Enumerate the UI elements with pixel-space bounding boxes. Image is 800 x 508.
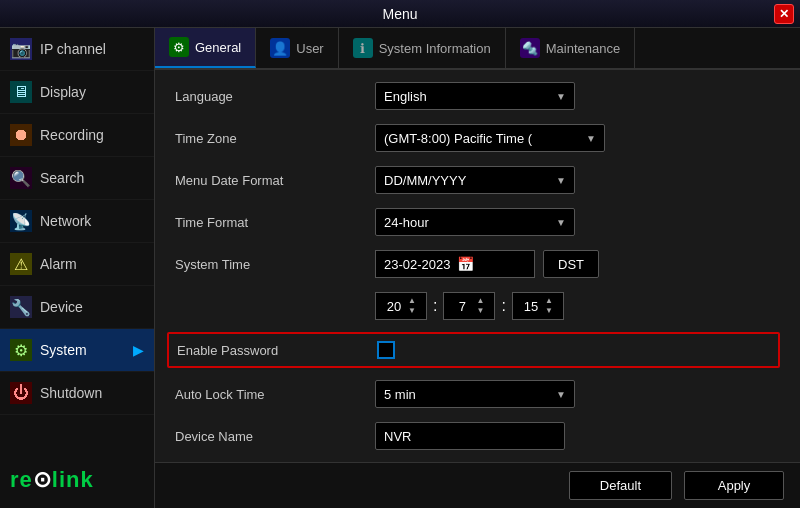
tab-sysinfo-label: System Information [379, 41, 491, 56]
timeformat-value: 24-hour [384, 215, 429, 230]
sidebar-label-search: Search [40, 170, 84, 186]
hour-up-arrow[interactable]: ▲ [408, 296, 416, 306]
tab-user[interactable]: 👤 User [256, 28, 338, 68]
timezone-control: (GMT-8:00) Pacific Time ( ▼ [375, 124, 780, 152]
sidebar-label-alarm: Alarm [40, 256, 77, 272]
timeformat-control: 24-hour ▼ [375, 208, 780, 236]
tab-maintenance[interactable]: 🔩 Maintenance [506, 28, 635, 68]
time-colon-1: : [433, 297, 437, 315]
sidebar-label-shutdown: Shutdown [40, 385, 102, 401]
timezone-row: Time Zone (GMT-8:00) Pacific Time ( ▼ [175, 122, 780, 154]
sidebar-item-network[interactable]: 📡 Network [0, 200, 154, 243]
language-control: English ▼ [375, 82, 780, 110]
default-button[interactable]: Default [569, 471, 672, 500]
language-dropdown-arrow: ▼ [556, 91, 566, 102]
sidebar-item-ip-channel[interactable]: 📷 IP channel [0, 28, 154, 71]
language-select[interactable]: English ▼ [375, 82, 575, 110]
reolink-logo: re⊙link [0, 452, 154, 508]
hour-spinner-arrows[interactable]: ▲ ▼ [408, 296, 416, 316]
tabs-bar: ⚙ General 👤 User ℹ System Information 🔩 … [155, 28, 800, 70]
second-down-arrow[interactable]: ▼ [545, 306, 553, 316]
ip-channel-icon: 📷 [10, 38, 32, 60]
systemtime-date-field[interactable]: 23-02-2023 📅 [375, 250, 535, 278]
timezone-value: (GMT-8:00) Pacific Time ( [384, 131, 532, 146]
tab-sysinfo[interactable]: ℹ System Information [339, 28, 506, 68]
main-layout: 📷 IP channel 🖥 Display ⏺ Recording 🔍 Sea… [0, 28, 800, 508]
content-area: ⚙ General 👤 User ℹ System Information 🔩 … [155, 28, 800, 508]
sidebar-item-system[interactable]: ⚙ System ▶ [0, 329, 154, 372]
hour-down-arrow[interactable]: ▼ [408, 306, 416, 316]
timezone-dropdown-arrow: ▼ [586, 133, 596, 144]
autolocktime-value: 5 min [384, 387, 416, 402]
timeformat-label: Time Format [175, 215, 375, 230]
devicename-value: NVR [384, 429, 411, 444]
sidebar-item-display[interactable]: 🖥 Display [0, 71, 154, 114]
timeformat-dropdown-arrow: ▼ [556, 217, 566, 228]
time-hour-input[interactable] [380, 299, 408, 314]
timezone-select[interactable]: (GMT-8:00) Pacific Time ( ▼ [375, 124, 605, 152]
enable-password-checkbox[interactable] [377, 341, 395, 359]
time-minute-input[interactable] [448, 299, 476, 314]
dateformat-dropdown-arrow: ▼ [556, 175, 566, 186]
settings-panel: Language English ▼ Time Zone (GMT-8:00) … [155, 70, 800, 462]
display-icon: 🖥 [10, 81, 32, 103]
devicename-field[interactable]: NVR [375, 422, 565, 450]
sidebar-item-device[interactable]: 🔧 Device [0, 286, 154, 329]
systemtime-label: System Time [175, 257, 375, 272]
shutdown-icon: ⏻ [10, 382, 32, 404]
enable-password-control [377, 341, 770, 359]
maintenance-tab-icon: 🔩 [520, 38, 540, 58]
timeformat-select[interactable]: 24-hour ▼ [375, 208, 575, 236]
sidebar-label-device: Device [40, 299, 83, 315]
autolocktime-select[interactable]: 5 min ▼ [375, 380, 575, 408]
sidebar-item-search[interactable]: 🔍 Search [0, 157, 154, 200]
time-spinner-group: ▲ ▼ : ▲ ▼ : [375, 292, 564, 320]
sidebar-item-alarm[interactable]: ⚠ Alarm [0, 243, 154, 286]
language-value: English [384, 89, 427, 104]
sidebar-label-recording: Recording [40, 127, 104, 143]
minute-spinner-arrows[interactable]: ▲ ▼ [476, 296, 484, 316]
minute-down-arrow[interactable]: ▼ [476, 306, 484, 316]
sidebar-label-system: System [40, 342, 87, 358]
sidebar-item-shutdown[interactable]: ⏻ Shutdown [0, 372, 154, 415]
apply-button[interactable]: Apply [684, 471, 784, 500]
sidebar-label-network: Network [40, 213, 91, 229]
title-bar: Menu ✕ [0, 0, 800, 28]
dateformat-value: DD/MM/YYYY [384, 173, 466, 188]
devicename-row: Device Name NVR [175, 420, 780, 452]
time-second-spinner[interactable]: ▲ ▼ [512, 292, 564, 320]
devicename-label: Device Name [175, 429, 375, 444]
language-label: Language [175, 89, 375, 104]
general-tab-icon: ⚙ [169, 37, 189, 57]
dateformat-select[interactable]: DD/MM/YYYY ▼ [375, 166, 575, 194]
second-spinner-arrows[interactable]: ▲ ▼ [545, 296, 553, 316]
second-up-arrow[interactable]: ▲ [545, 296, 553, 306]
systemtime-row: System Time 23-02-2023 📅 DST [175, 248, 780, 280]
timezone-label: Time Zone [175, 131, 375, 146]
autolocktime-label: Auto Lock Time [175, 387, 375, 402]
time-second-input[interactable] [517, 299, 545, 314]
language-row: Language English ▼ [175, 80, 780, 112]
time-minute-spinner[interactable]: ▲ ▼ [443, 292, 495, 320]
device-icon: 🔧 [10, 296, 32, 318]
autolocktime-row: Auto Lock Time 5 min ▼ [175, 378, 780, 410]
dateformat-label: Menu Date Format [175, 173, 375, 188]
system-icon: ⚙ [10, 339, 32, 361]
devicename-control: NVR [375, 422, 780, 450]
tab-general[interactable]: ⚙ General [155, 28, 256, 68]
network-icon: 📡 [10, 210, 32, 232]
enable-password-row: Enable Password [167, 332, 780, 368]
recording-icon: ⏺ [10, 124, 32, 146]
tab-general-label: General [195, 40, 241, 55]
system-arrow-icon: ▶ [133, 342, 144, 358]
search-icon: 🔍 [10, 167, 32, 189]
timespinner-row: ▲ ▼ : ▲ ▼ : [375, 290, 780, 322]
sidebar-item-recording[interactable]: ⏺ Recording [0, 114, 154, 157]
dateformat-row: Menu Date Format DD/MM/YYYY ▼ [175, 164, 780, 196]
time-colon-2: : [501, 297, 505, 315]
time-hour-spinner[interactable]: ▲ ▼ [375, 292, 427, 320]
close-button[interactable]: ✕ [774, 4, 794, 24]
dst-button[interactable]: DST [543, 250, 599, 278]
systemtime-date-value: 23-02-2023 [384, 257, 451, 272]
minute-up-arrow[interactable]: ▲ [476, 296, 484, 306]
